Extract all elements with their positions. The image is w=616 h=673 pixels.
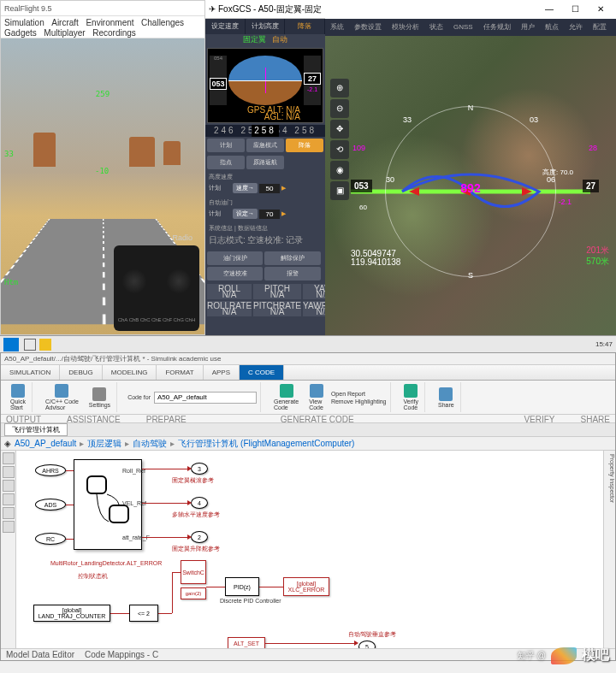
btn-unprotect[interactable]: 解除保护 bbox=[264, 251, 320, 265]
speed-set-button[interactable]: 速度→ bbox=[233, 183, 258, 193]
windows-taskbar[interactable]: 15:47 bbox=[0, 335, 616, 352]
layer-button[interactable]: ▣ bbox=[330, 181, 349, 200]
menu-challenges[interactable]: Challenges bbox=[141, 18, 184, 27]
tb-cfg[interactable]: 配置 bbox=[588, 19, 612, 36]
tool-4[interactable] bbox=[3, 493, 15, 505]
menu-recordings[interactable]: Recordings bbox=[92, 28, 136, 38]
menu-simulation[interactable]: Simulation bbox=[4, 18, 44, 27]
btn-land[interactable]: 降落 bbox=[286, 139, 323, 152]
outport-5[interactable]: 5 bbox=[358, 641, 376, 648]
codefor-input[interactable] bbox=[154, 392, 257, 404]
tb-user[interactable]: 用户 bbox=[516, 19, 540, 36]
tb-wp[interactable]: 航点 bbox=[540, 19, 564, 36]
tool-3[interactable] bbox=[3, 480, 15, 492]
btn-goto[interactable]: 指点 bbox=[207, 156, 245, 169]
outport-4[interactable]: 4 bbox=[191, 497, 208, 509]
property-inspector-tab[interactable]: Property Inspector bbox=[603, 451, 615, 648]
verify-code-button[interactable]: Verify Code bbox=[401, 384, 422, 410]
tab-ccode[interactable]: C CODE bbox=[240, 365, 284, 380]
bc-1[interactable]: 顶层逻辑 bbox=[87, 438, 121, 450]
outport-3[interactable]: 3 bbox=[191, 463, 208, 475]
pid-block[interactable]: PID(z) bbox=[225, 577, 259, 596]
tb-allow[interactable]: 允许 bbox=[564, 19, 588, 36]
menu-aircraft[interactable]: Aircraft bbox=[51, 18, 79, 27]
tool-5[interactable] bbox=[3, 507, 15, 519]
tool-6[interactable] bbox=[3, 521, 15, 533]
btn-alarm[interactable]: 报警 bbox=[264, 267, 320, 280]
xlc-error-block[interactable]: [global] XLC_ERROR bbox=[283, 577, 329, 596]
menu-multiplayer[interactable]: Multiplayer bbox=[44, 28, 85, 38]
rotate-button[interactable]: ⟲ bbox=[330, 140, 349, 159]
gain-block[interactable]: gain(2) bbox=[181, 587, 206, 599]
tab-modeling[interactable]: MODELING bbox=[103, 365, 157, 380]
from-multirotor[interactable]: MultiRotor_LandingDetector.ALT_ERROR bbox=[50, 560, 162, 566]
tab-simulation[interactable]: SIMULATION bbox=[1, 365, 60, 380]
tool-2[interactable] bbox=[3, 466, 15, 478]
tab-setspeed[interactable]: 设定速度 bbox=[205, 19, 246, 34]
btn-thr-protect[interactable]: 油门保护 bbox=[207, 251, 263, 265]
throttle-set-button[interactable]: 设定→ bbox=[233, 209, 258, 219]
task-icon[interactable] bbox=[24, 339, 36, 351]
quick-start-button[interactable]: Quick Start bbox=[8, 384, 28, 410]
tb-system[interactable]: 系统 bbox=[325, 19, 349, 36]
from-land-traj[interactable]: [global] LAND_TRAJ_COUNTER bbox=[33, 605, 110, 622]
tab-land[interactable]: 降落 bbox=[285, 19, 325, 34]
tb-status[interactable]: 状态 bbox=[424, 19, 448, 36]
tab-planalt[interactable]: 计划高度 bbox=[246, 19, 286, 34]
btn-emergency[interactable]: 应急模式 bbox=[246, 139, 284, 152]
left-stick[interactable] bbox=[122, 269, 146, 293]
inport-rc[interactable]: RC bbox=[35, 533, 66, 545]
zoom-out-button[interactable]: ⊖ bbox=[330, 99, 349, 118]
view-code-button[interactable]: View Code bbox=[306, 384, 326, 410]
system-clock[interactable]: 15:47 bbox=[595, 340, 613, 348]
bc-2[interactable]: 自动驾驶 bbox=[133, 438, 167, 450]
speed-value-input[interactable]: 50 bbox=[259, 184, 280, 193]
tab-apps[interactable]: APPS bbox=[204, 365, 240, 380]
tb-module[interactable]: 模块分析 bbox=[387, 19, 424, 36]
code-advisor-button[interactable]: C/C++ Code Advisor bbox=[43, 384, 81, 410]
start-button[interactable] bbox=[3, 338, 19, 351]
compare-block[interactable]: <= 2 bbox=[129, 605, 158, 622]
open-report-button[interactable]: Open Report bbox=[331, 391, 387, 397]
tab-debug[interactable]: DEBUG bbox=[60, 365, 102, 380]
throttle-value-input[interactable]: 70 bbox=[259, 210, 280, 219]
radio-controller[interactable]: Radio ChA ChB ChC ChE ChF ChG ChH bbox=[114, 245, 199, 331]
close-button[interactable]: ✕ bbox=[589, 2, 613, 17]
realflight-viewport[interactable]: 259 33 -10 Htm Radio ChA ChB ChC ChE ChF… bbox=[1, 38, 204, 334]
inport-ads[interactable]: ADS bbox=[35, 499, 66, 511]
simulink-canvas[interactable]: Property Inspector AHRS ADS RC Roll_Ref … bbox=[1, 451, 615, 648]
btn-rtl[interactable]: 原路返航 bbox=[246, 156, 284, 169]
minimize-button[interactable]: — bbox=[537, 2, 561, 17]
btn-airspd-cal[interactable]: 空速校准 bbox=[207, 267, 263, 280]
tb-gnss[interactable]: GNSS bbox=[448, 19, 478, 36]
generate-code-button[interactable]: Generate Code bbox=[271, 384, 301, 410]
btn-plan[interactable]: 计划 bbox=[207, 139, 245, 152]
switch-block[interactable]: SwitchC bbox=[181, 560, 206, 584]
remove-highlight-button[interactable]: Remove Highlighting bbox=[331, 398, 387, 404]
tb-mission[interactable]: 任务规划 bbox=[478, 19, 516, 36]
bc-3[interactable]: 飞行管理计算机 (FlightManagementComputer) bbox=[178, 438, 354, 450]
zoom-in-button[interactable]: ⊕ bbox=[330, 79, 349, 97]
alt-set-block[interactable]: ALT_SET bbox=[228, 637, 265, 648]
center-button[interactable]: ◉ bbox=[330, 161, 349, 180]
status-codemap[interactable]: Code Mappings - C bbox=[85, 650, 158, 659]
satellite-map[interactable]: ⊕ ⊖ ✥ ⟲ ◉ ▣ N S 33 03 06 30 bbox=[325, 36, 616, 335]
maximize-button[interactable]: ☐ bbox=[563, 2, 587, 17]
share-button[interactable]: Share bbox=[435, 387, 457, 408]
throttle-play-icon[interactable]: ▶ bbox=[281, 210, 286, 217]
pan-button[interactable]: ✥ bbox=[330, 120, 349, 139]
inport-ahrs[interactable]: AHRS bbox=[35, 464, 66, 476]
explorer-icon[interactable] bbox=[39, 339, 51, 351]
tool-1[interactable] bbox=[3, 452, 15, 464]
speed-play-icon[interactable]: ▶ bbox=[281, 185, 286, 192]
tab-format[interactable]: FORMAT bbox=[157, 365, 203, 380]
bc-root[interactable]: A50_AP_default bbox=[15, 439, 76, 448]
menu-gadgets[interactable]: Gadgets bbox=[4, 28, 37, 38]
model-tab[interactable]: 飞行管理计算机 bbox=[4, 423, 68, 436]
status-mde[interactable]: Model Data Editor bbox=[6, 650, 74, 659]
tb-params[interactable]: 参数设置 bbox=[349, 19, 387, 36]
menu-environment[interactable]: Environment bbox=[86, 18, 133, 27]
right-stick[interactable] bbox=[167, 269, 191, 293]
settings-button[interactable]: Settings bbox=[86, 387, 113, 408]
outport-2[interactable]: 2 bbox=[191, 531, 208, 543]
